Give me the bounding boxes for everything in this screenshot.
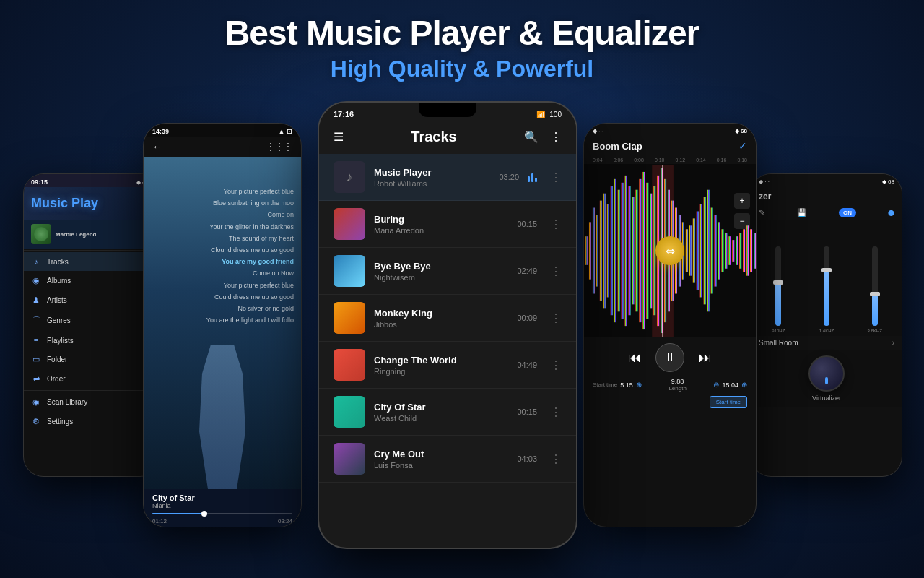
track-item-1[interactable]: ♪ Music Player Robot Williams 03:20 ⋮	[319, 154, 576, 201]
sidebar-item-playlists[interactable]: ≡ Playlists	[24, 331, 160, 350]
p2-time: 14:39	[152, 128, 169, 135]
svg-rect-12	[628, 186, 630, 316]
p2-progress-dot	[201, 511, 207, 517]
track-info-7: Cry Me Out Luis Fonsa	[374, 449, 508, 470]
p2-lyrics-overlay: Your picture perfect blue Blue sunbathin…	[151, 186, 294, 326]
p2-progress-bar[interactable]	[152, 513, 292, 514]
p4-minus-icon[interactable]: ⊖	[713, 381, 719, 389]
svg-rect-46	[750, 229, 752, 272]
svg-rect-4	[600, 201, 602, 301]
p1-status-bar: 09:15 ◆ ◆ ◆	[24, 174, 160, 187]
track-item-6[interactable]: City Of Star Weast Child 00:15 ⋮	[319, 389, 576, 436]
p4-timeline: 0:04 0:06 0:08 0:10 0:12 0:14 0:16 0:18	[584, 156, 756, 164]
slider-thumb-2[interactable]	[821, 268, 832, 272]
track-artist-4: Jibbos	[374, 320, 508, 329]
sidebar-item-tracks[interactable]: ♪ Tracks	[24, 252, 160, 271]
track-info-5: Change The World Ringning	[374, 355, 508, 376]
sidebar-item-albums[interactable]: ◉ Albums	[24, 271, 160, 290]
p1-now-playing[interactable]: Marble Legend	[24, 220, 160, 249]
slider-thumb-1[interactable]	[773, 280, 783, 285]
track-item-2[interactable]: Buring Maria Arredon 00:15 ⋮	[319, 201, 576, 248]
track-more-7[interactable]: ⋮	[550, 452, 562, 466]
track-more-2[interactable]: ⋮	[550, 217, 562, 231]
slider-fill-3	[872, 294, 878, 326]
track-item-4[interactable]: Monkey King Jibbos 00:09 ⋮	[319, 295, 576, 342]
slider-thumb-3[interactable]	[870, 292, 880, 296]
albums-icon: ◉	[31, 276, 41, 285]
slider-col-2: 1.4KHZ	[804, 246, 850, 333]
p3-wifi-icon: 📶	[536, 111, 545, 118]
p4-pause-button[interactable]: ⏸	[655, 343, 684, 372]
track-more-1[interactable]: ⋮	[550, 171, 562, 184]
p4-start-time-button[interactable]: Start time	[710, 396, 747, 408]
p3-menu-button[interactable]: ☰	[334, 130, 344, 144]
lyric-line-1: Your picture perfect blue	[151, 186, 294, 197]
svg-rect-31	[697, 211, 699, 290]
track-title-2: Buring	[374, 214, 508, 225]
svg-rect-36	[714, 215, 716, 286]
svg-rect-10	[622, 183, 624, 319]
p5-virtualizer-knob[interactable]	[808, 355, 845, 392]
p4-next-button[interactable]: ⏭	[699, 350, 712, 366]
p5-room-row[interactable]: Small Room ›	[751, 336, 902, 350]
p2-menu-icon[interactable]: ⋮⋮⋮	[266, 142, 292, 152]
track-item-3[interactable]: Bye Bye Bye Nightwisem 02:49 ⋮	[319, 248, 576, 295]
p4-song-title: Boom Clap	[593, 141, 642, 152]
p4-navigation-ball[interactable]: ⇔	[655, 236, 684, 265]
sidebar-item-scan[interactable]: ◉ Scan Library	[24, 392, 160, 412]
albums-label: Albums	[47, 277, 71, 285]
lyric-line-7: You are my good friend	[151, 256, 294, 267]
track-thumb-5	[334, 349, 365, 381]
track-duration-3: 02:49	[517, 267, 537, 275]
eq-bar-2	[531, 173, 533, 182]
p5-on-toggle[interactable]: ON	[839, 208, 856, 217]
svg-rect-7	[611, 186, 613, 316]
p3-topbar-right: 🔍 ⋮	[524, 130, 562, 144]
p2-back-button[interactable]: ←	[152, 141, 162, 152]
p4-time-row: Start time 5.15 ⊕ 9.88 Length ⊖ 15.04 ⊕	[593, 378, 747, 392]
sidebar-item-settings[interactable]: ⚙ Settings	[24, 412, 160, 431]
track-title-3: Bye Bye Bye	[374, 261, 508, 272]
p5-save-icon[interactable]: 💾	[797, 208, 807, 217]
artists-label: Artists	[47, 296, 67, 304]
sidebar-item-genres[interactable]: ⌒ Genres	[24, 310, 160, 331]
slider-track-1[interactable]	[775, 246, 781, 326]
p5-header: zer	[751, 186, 902, 205]
p4-plus-icon[interactable]: ⊕	[741, 381, 747, 389]
p4-end-value: 15.04	[722, 381, 738, 389]
track-duration-6: 00:15	[517, 407, 537, 416]
p5-edit-icon[interactable]: ✎	[759, 208, 765, 217]
p4-start-plus[interactable]: ⊕	[636, 381, 642, 389]
track-more-3[interactable]: ⋮	[550, 264, 562, 278]
track-item-5[interactable]: Change The World Ringning 04:49 ⋮	[319, 342, 576, 389]
slider-track-2[interactable]	[824, 246, 829, 326]
p4-status-right: ◆ 68	[735, 128, 747, 134]
p2-total-time: 03:24	[278, 518, 292, 525]
p4-zoom-in-button[interactable]: +	[734, 193, 750, 209]
p4-prev-button[interactable]: ⏮	[628, 350, 641, 366]
p4-status-left: ◆ ···	[593, 128, 603, 134]
p4-playback-controls: ⏮ ⏸ ⏭	[593, 343, 747, 372]
p5-status-right: ◆ 68	[882, 178, 894, 185]
track-more-6[interactable]: ⋮	[550, 405, 562, 419]
p3-time: 17:16	[334, 110, 354, 118]
svg-rect-30	[693, 218, 695, 282]
p3-search-button[interactable]: 🔍	[524, 130, 539, 144]
track-more-5[interactable]: ⋮	[550, 358, 562, 372]
sidebar-item-artists[interactable]: ♟ Artists	[24, 290, 160, 310]
track-item-7[interactable]: Cry Me Out Luis Fonsa 04:03 ⋮	[319, 436, 576, 483]
lyric-line-5: The sound of my heart	[151, 233, 294, 244]
svg-rect-47	[754, 233, 756, 269]
svg-rect-15	[639, 179, 641, 322]
sidebar-item-folder[interactable]: ▭ Folder	[24, 350, 160, 369]
track-duration-4: 00:09	[517, 314, 537, 322]
track-artist-6: Weast Child	[374, 414, 508, 423]
slider-track-3[interactable]	[872, 246, 878, 326]
p4-zoom-out-button[interactable]: −	[734, 213, 750, 229]
p3-more-button[interactable]: ⋮	[550, 130, 562, 144]
lyric-line-11: No silver or no gold	[151, 303, 294, 314]
eq-bar-3	[535, 178, 537, 182]
genres-label: Genres	[47, 316, 71, 324]
track-more-4[interactable]: ⋮	[550, 311, 562, 325]
sidebar-item-order[interactable]: ⇌ Order	[24, 369, 160, 389]
